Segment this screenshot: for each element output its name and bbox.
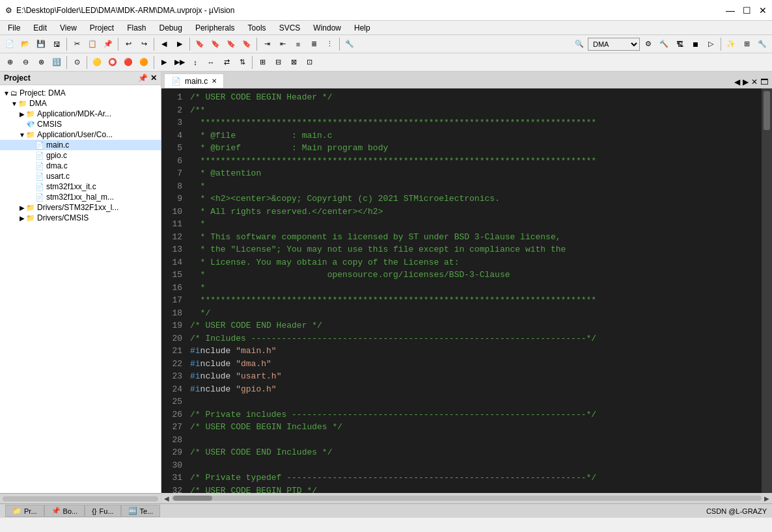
paste-button[interactable]: 📌 <box>101 37 115 51</box>
code-hscrollbar[interactable]: ◀ ▶ <box>161 493 772 503</box>
panel-close-button[interactable]: ✕ <box>150 73 157 83</box>
tb2-btn7[interactable]: ⭕ <box>105 55 120 70</box>
panel-pin-button[interactable]: 📌 <box>138 73 148 83</box>
tb2-btn1[interactable]: ⊕ <box>3 55 17 70</box>
magic-button[interactable]: ✨ <box>724 37 738 51</box>
tb2-btn3[interactable]: ⊗ <box>34 55 48 70</box>
undo-button[interactable]: ↩ <box>121 37 135 51</box>
tab-close-all-button[interactable]: ✕ <box>751 77 758 86</box>
hscroll-thumb[interactable] <box>173 496 212 501</box>
tb2-btn5[interactable]: ⊙ <box>70 55 84 70</box>
new-file-button[interactable]: 📄 <box>3 37 17 51</box>
menu-view[interactable]: View <box>55 22 82 34</box>
tb2-btn14[interactable]: ⇄ <box>219 55 234 70</box>
tb2-btn4[interactable]: 🔢 <box>49 55 64 70</box>
tree-item-dma[interactable]: ▼ 📁 DMA <box>0 98 161 109</box>
tree-item-mdk[interactable]: ▶ 📁 Application/MDK-Ar... <box>0 109 161 119</box>
tree-item-cmsis[interactable]: 💎 CMSIS <box>0 119 161 129</box>
menu-project[interactable]: Project <box>85 22 119 34</box>
maximize-button[interactable]: ☐ <box>743 5 751 16</box>
settings-button[interactable]: 🔧 <box>755 37 769 51</box>
vertical-scrollbar[interactable] <box>762 88 772 493</box>
menu-peripherals[interactable]: Peripherals <box>190 22 240 34</box>
hscroll-left[interactable]: ◀ <box>164 495 169 502</box>
expand-icon-dma[interactable]: ▼ <box>10 100 18 107</box>
tree-item-dmac[interactable]: 📄 dma.c <box>0 161 161 171</box>
menu-debug[interactable]: Debug <box>154 22 187 34</box>
config-button[interactable]: ⚙ <box>641 37 655 51</box>
tree-item-drvstm[interactable]: ▶ 📁 Drivers/STM32F1xx_l... <box>0 202 161 213</box>
menu-file[interactable]: File <box>3 22 25 34</box>
tab-mainc[interactable]: 📄 main.c ✕ <box>164 73 224 88</box>
tab-right-button[interactable]: ▶ <box>743 77 749 86</box>
menu-window[interactable]: Window <box>308 22 346 34</box>
close-button[interactable]: ✕ <box>759 5 767 16</box>
expand-icon-drvstm[interactable]: ▶ <box>18 204 26 211</box>
hscroll-right[interactable]: ▶ <box>764 495 769 502</box>
bookmark2-button[interactable]: 🔖 <box>208 37 223 51</box>
tree-item-drvcmsis[interactable]: ▶ 📁 Drivers/CMSIS <box>0 213 161 223</box>
project-hscrollbar[interactable] <box>0 493 161 503</box>
tool-button[interactable]: 🔧 <box>342 37 357 51</box>
bookmark4-button[interactable]: 🔖 <box>240 37 254 51</box>
status-tab-functions[interactable]: {} Fu... <box>85 505 120 517</box>
indent2-button[interactable]: ⇤ <box>275 37 290 51</box>
tree-item-stm32hal[interactable]: 📄 stm32f1xx_hal_m... <box>0 192 161 202</box>
tb2-btn17[interactable]: ⊟ <box>271 55 285 70</box>
tab-left-button[interactable]: ◀ <box>734 77 740 86</box>
tb2-btn9[interactable]: 🟠 <box>137 55 151 70</box>
redo-button[interactable]: ↪ <box>137 37 151 51</box>
expand-icon-root[interactable]: ▼ <box>3 90 10 97</box>
menu-tools[interactable]: Tools <box>243 22 271 34</box>
tb2-btn8[interactable]: 🔴 <box>121 55 135 70</box>
build-button[interactable]: 🔨 <box>657 37 671 51</box>
tb2-btn10[interactable]: ▶ <box>157 55 171 70</box>
save-button[interactable]: 💾 <box>34 37 48 51</box>
menu-edit[interactable]: Edit <box>28 22 52 34</box>
indent4-button[interactable]: ≣ <box>307 37 321 51</box>
tb2-btn16[interactable]: ⊞ <box>255 55 269 70</box>
menu-svcs[interactable]: SVCS <box>274 22 306 34</box>
indent-button[interactable]: ⇥ <box>260 37 274 51</box>
nav-fwd-button[interactable]: ▶ <box>172 37 187 51</box>
tb2-btn15[interactable]: ⇅ <box>235 55 249 70</box>
tree-item-usartc[interactable]: 📄 usart.c <box>0 171 161 181</box>
target-select[interactable]: DMA <box>588 38 640 51</box>
cut-button[interactable]: ✂ <box>70 37 84 51</box>
scrollbar-thumb[interactable] <box>764 91 770 130</box>
tb2-btn19[interactable]: ⊡ <box>302 55 316 70</box>
indent5-button[interactable]: ⋮ <box>322 37 337 51</box>
minimize-button[interactable]: — <box>726 5 735 16</box>
tree-item-gpioc[interactable]: 📄 gpio.c <box>0 150 161 161</box>
stop-button[interactable]: ⏹ <box>688 37 702 51</box>
menu-help[interactable]: Help <box>349 22 376 34</box>
tab-close-button[interactable]: ✕ <box>212 77 217 85</box>
status-tab-project[interactable]: 📁 Pr... <box>5 505 44 517</box>
bookmark3-button[interactable]: 🔖 <box>224 37 238 51</box>
tab-maximize-button[interactable]: 🗖 <box>760 77 768 86</box>
search-button[interactable]: 🔍 <box>572 37 586 51</box>
indent3-button[interactable]: ≡ <box>291 37 305 51</box>
tree-item-mainc[interactable]: 📄 main.c <box>0 140 161 150</box>
tb2-btn18[interactable]: ⊠ <box>286 55 301 70</box>
tb2-btn12[interactable]: ↕ <box>188 55 202 70</box>
menu-flash[interactable]: Flash <box>122 22 151 34</box>
bookmark-button[interactable]: 🔖 <box>193 37 207 51</box>
tb2-btn6[interactable]: 🟡 <box>90 55 104 70</box>
status-tab-templates[interactable]: 🔤 Te... <box>121 505 161 517</box>
copy-button[interactable]: 📋 <box>85 37 100 51</box>
window-btn[interactable]: ⊞ <box>739 37 754 51</box>
expand-icon-appuser[interactable]: ▼ <box>18 131 26 139</box>
tb2-btn2[interactable]: ⊖ <box>18 55 33 70</box>
expand-icon-drvcmsis[interactable]: ▶ <box>18 215 26 222</box>
tree-item-root[interactable]: ▼ 🗂 Project: DMA <box>0 88 161 98</box>
tree-item-appuser[interactable]: ▼ 📁 Application/User/Co... <box>0 129 161 140</box>
open-button[interactable]: 📂 <box>18 37 33 51</box>
tb2-btn11[interactable]: ▶▶ <box>172 55 187 70</box>
debug-start-button[interactable]: ▷ <box>704 37 718 51</box>
tree-item-stm32it[interactable]: 📄 stm32f1xx_it.c <box>0 181 161 192</box>
tb2-btn13[interactable]: ↔ <box>204 55 218 70</box>
expand-icon-mdk[interactable]: ▶ <box>18 111 26 118</box>
code-content[interactable]: /* USER CODE BEGIN Header */ /** *******… <box>187 88 762 493</box>
status-tab-books[interactable]: 📌 Bo... <box>44 505 85 517</box>
